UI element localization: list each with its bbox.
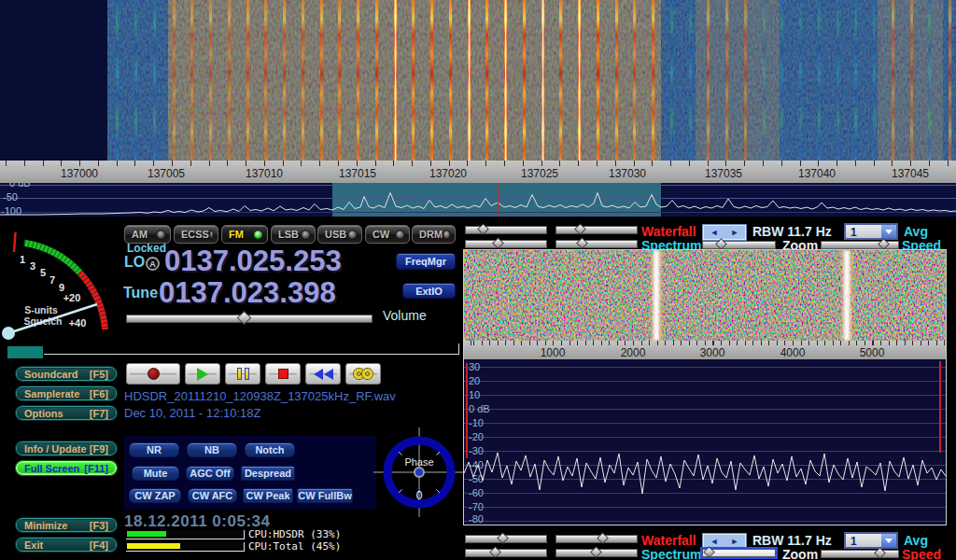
rbw-stepper-top[interactable]: ◄ ► <box>703 225 746 240</box>
sidebar-item-full-screen[interactable]: Full Screen [F11] <box>16 461 117 475</box>
slider-thumb[interactable] <box>878 238 890 250</box>
waterfall-brightness-slider-bottom[interactable] <box>465 535 547 543</box>
sidebar-item-fkey: [F7] <box>90 408 108 419</box>
loop-button[interactable] <box>345 363 381 385</box>
spectrum-range-slider-bottom[interactable] <box>465 549 547 557</box>
spectrum-offset-slider-bottom[interactable] <box>555 549 638 557</box>
mode-button-am[interactable]: AM <box>124 225 171 244</box>
audio-spectrum-display[interactable]: 30 20 10 0 dB -10 -20 -30 -40 -50 -60 -7… <box>464 359 946 525</box>
recording-filename: HDSDR_20111210_120938Z_137025kHz_RF.wav <box>124 389 396 403</box>
speed-slider-bottom[interactable] <box>821 550 899 558</box>
mode-label: USB <box>325 229 346 240</box>
slider-thumb[interactable] <box>497 532 509 544</box>
waterfall-contrast-slider-top[interactable] <box>555 226 638 234</box>
waterfall-label-bottom[interactable]: Waterfall <box>641 533 696 548</box>
extio-button[interactable]: ExtIO <box>402 283 456 299</box>
cpu-total-label: CPU:Total (45%) <box>248 540 341 553</box>
mode-button-cw[interactable]: CW <box>365 225 410 244</box>
rewind-button[interactable] <box>305 363 341 385</box>
lo-frequency-display[interactable]: 0137.025.253 <box>164 245 342 278</box>
groupbox-divider-corner <box>458 343 459 355</box>
freqmgr-button[interactable]: FreqMgr <box>396 253 456 270</box>
led-indicator <box>301 230 311 240</box>
mute-button[interactable]: Mute <box>132 466 179 481</box>
freq-label: 137040 <box>798 167 836 180</box>
rbw-increase-button[interactable]: ► <box>731 538 739 546</box>
slider-thumb[interactable] <box>477 223 489 235</box>
volume-slider-thumb[interactable] <box>237 311 252 326</box>
sidebar-item-fkey: [F11] <box>84 463 108 474</box>
spectrum-edge-marker-right <box>939 361 941 453</box>
stop-button[interactable] <box>265 363 301 385</box>
rbw-increase-button[interactable]: ► <box>731 229 739 237</box>
avg-select-top[interactable]: 1 <box>844 223 898 240</box>
nr-button[interactable]: NR <box>129 442 179 457</box>
sidebar-item-samplerate[interactable]: Samplerate [F6] <box>16 386 117 400</box>
nb-button[interactable]: NB <box>187 442 237 457</box>
agc-off-button[interactable]: AGC Off <box>186 466 234 481</box>
sidebar-item-options[interactable]: Options [F7] <box>16 406 117 420</box>
slider-thumb[interactable] <box>574 223 586 235</box>
rf-waterfall-noise <box>0 0 956 161</box>
zoom-slider-top[interactable] <box>702 241 776 249</box>
phase-label: Phase <box>404 456 433 468</box>
audio-tune-tick <box>900 250 902 254</box>
slider-thumb[interactable] <box>492 237 504 249</box>
slider-thumb[interactable] <box>590 546 602 558</box>
speed-slider-top[interactable] <box>821 241 899 249</box>
audio-waterfall-display[interactable] <box>464 250 946 341</box>
volume-slider[interactable] <box>126 315 373 323</box>
sidebar-item-soundcard[interactable]: Soundcard [F5] <box>16 367 117 381</box>
mode-button-ecss[interactable]: ECSS <box>174 225 218 244</box>
phase-scope[interactable]: Phase 0 <box>373 427 467 517</box>
spectrum-label-bottom[interactable]: Spectrum <box>641 547 702 560</box>
cw-fullbw-button[interactable]: CW FullBw <box>297 488 353 503</box>
slider-thumb[interactable] <box>874 547 886 559</box>
audio-scale-ticks <box>464 341 946 345</box>
mode-button-drm[interactable]: DRM <box>412 225 456 244</box>
mode-button-usb[interactable]: USB <box>317 225 362 244</box>
cw-afc-button[interactable]: CW AFC <box>188 488 237 503</box>
slider-thumb[interactable] <box>715 238 727 250</box>
cw-zap-button[interactable]: CW ZAP <box>129 488 181 503</box>
audio-frequency-scale[interactable]: 1000 2000 3000 4000 5000 <box>464 341 946 359</box>
rf-spectrum-trace <box>0 183 956 217</box>
rbw-decrease-button[interactable]: ◄ <box>710 538 719 546</box>
slider-thumb[interactable] <box>489 546 501 558</box>
tune-marker[interactable] <box>498 183 499 217</box>
despread-button[interactable]: Despread <box>241 466 295 481</box>
freq-label: 5000 <box>860 346 885 359</box>
sidebar-item-minimize[interactable]: Minimize [F3] <box>16 518 117 532</box>
record-button[interactable] <box>126 363 180 385</box>
rf-frequency-scale[interactable]: 137000 137005 137010 137015 137020 13702… <box>0 161 956 183</box>
cw-peak-button[interactable]: CW Peak <box>243 488 293 503</box>
spectrum-offset-slider-top[interactable] <box>555 240 638 248</box>
mode-button-fm[interactable]: FM <box>221 225 268 244</box>
mode-button-lsb[interactable]: LSB <box>271 225 316 244</box>
slider-thumb[interactable] <box>597 532 609 544</box>
chevron-down-icon[interactable] <box>881 225 896 238</box>
rf-waterfall-display[interactable] <box>0 0 956 161</box>
rf-spectrum-display[interactable]: 0 dB -50 -100 <box>0 183 956 217</box>
spectrum-range-slider-top[interactable] <box>465 240 547 248</box>
s-meter-peak-marker <box>14 232 16 252</box>
sidebar-item-info-update[interactable]: Info / Update [F9] <box>16 441 117 455</box>
slider-thumb[interactable] <box>703 546 715 558</box>
record-icon <box>148 368 160 380</box>
waterfall-contrast-slider-bottom[interactable] <box>555 535 638 543</box>
rbw-decrease-button[interactable]: ◄ <box>710 229 719 237</box>
tune-frequency-display[interactable]: 0137.023.398 <box>159 276 336 310</box>
zoom-slider-bottom[interactable] <box>702 549 776 557</box>
avg-select-bottom[interactable]: 1 <box>844 532 898 549</box>
slider-thumb[interactable] <box>576 237 588 249</box>
pause-button[interactable] <box>225 363 260 385</box>
play-button[interactable] <box>185 363 220 385</box>
waterfall-brightness-slider-top[interactable] <box>465 226 547 234</box>
squelch-indicator[interactable] <box>7 346 43 358</box>
notch-button[interactable]: Notch <box>245 442 295 457</box>
sidebar-item-exit[interactable]: Exit [F4] <box>16 538 117 552</box>
phase-center-dot <box>415 468 424 477</box>
chevron-down-icon[interactable] <box>881 534 896 547</box>
waterfall-label-top[interactable]: Waterfall <box>641 224 696 239</box>
lo-lock-badge[interactable]: A <box>146 257 160 271</box>
